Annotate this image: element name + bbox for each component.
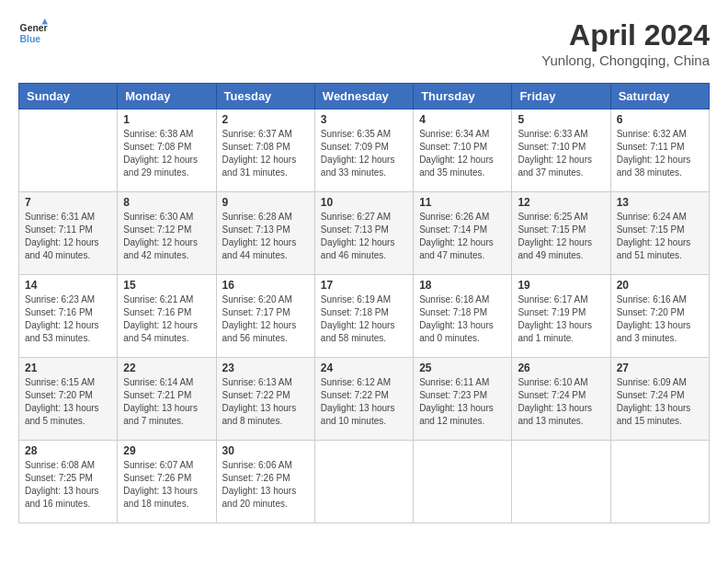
day-number: 23 [222, 362, 309, 374]
day-number: 13 [617, 196, 703, 209]
day-info: Sunrise: 6:20 AM Sunset: 7:17 PM Dayligh… [222, 293, 309, 345]
calendar-cell: 21Sunrise: 6:15 AM Sunset: 7:20 PM Dayli… [19, 358, 118, 441]
calendar-cell: 2Sunrise: 6:37 AM Sunset: 7:08 PM Daylig… [216, 109, 314, 192]
day-info: Sunrise: 6:32 AM Sunset: 7:11 PM Dayligh… [617, 128, 703, 179]
day-number: 29 [123, 444, 210, 457]
calendar-table: SundayMondayTuesdayWednesdayThursdayFrid… [18, 83, 710, 523]
calendar-cell: 27Sunrise: 6:09 AM Sunset: 7:24 PM Dayli… [610, 358, 709, 441]
calendar-body: 1Sunrise: 6:38 AM Sunset: 7:08 PM Daylig… [19, 109, 710, 523]
calendar-cell: 24Sunrise: 6:12 AM Sunset: 7:22 PM Dayli… [314, 358, 413, 441]
day-info: Sunrise: 6:17 AM Sunset: 7:19 PM Dayligh… [518, 293, 604, 345]
day-info: Sunrise: 6:07 AM Sunset: 7:26 PM Dayligh… [123, 459, 210, 511]
day-number: 11 [419, 196, 506, 209]
day-info: Sunrise: 6:26 AM Sunset: 7:14 PM Dayligh… [419, 211, 506, 262]
day-number: 4 [419, 113, 506, 126]
calendar-cell [314, 441, 413, 523]
day-info: Sunrise: 6:21 AM Sunset: 7:16 PM Dayligh… [123, 293, 210, 345]
day-number: 22 [123, 362, 210, 374]
calendar-cell: 10Sunrise: 6:27 AM Sunset: 7:13 PM Dayli… [314, 192, 413, 275]
day-info: Sunrise: 6:28 AM Sunset: 7:13 PM Dayligh… [222, 211, 309, 262]
svg-text:General: General [20, 23, 48, 33]
month-year: April 2024 [541, 18, 710, 52]
calendar-cell: 26Sunrise: 6:10 AM Sunset: 7:24 PM Dayli… [512, 358, 610, 441]
calendar-cell [512, 441, 610, 523]
calendar-cell: 19Sunrise: 6:17 AM Sunset: 7:19 PM Dayli… [512, 275, 610, 358]
calendar-cell [19, 109, 118, 192]
day-info: Sunrise: 6:10 AM Sunset: 7:24 PM Dayligh… [518, 376, 604, 428]
day-number: 3 [321, 113, 407, 126]
calendar-cell [610, 441, 709, 523]
day-info: Sunrise: 6:08 AM Sunset: 7:25 PM Dayligh… [25, 459, 111, 511]
day-info: Sunrise: 6:15 AM Sunset: 7:20 PM Dayligh… [25, 376, 111, 428]
header-row: SundayMondayTuesdayWednesdayThursdayFrid… [19, 84, 710, 109]
day-info: Sunrise: 6:18 AM Sunset: 7:18 PM Dayligh… [419, 293, 506, 345]
day-info: Sunrise: 6:37 AM Sunset: 7:08 PM Dayligh… [222, 128, 309, 179]
day-number: 30 [222, 444, 309, 457]
day-info: Sunrise: 6:35 AM Sunset: 7:09 PM Dayligh… [321, 128, 407, 179]
day-info: Sunrise: 6:23 AM Sunset: 7:16 PM Dayligh… [25, 293, 111, 345]
title-block: April 2024 Yunlong, Chongqing, China [541, 18, 710, 68]
day-number: 15 [123, 279, 210, 292]
calendar-cell: 17Sunrise: 6:19 AM Sunset: 7:18 PM Dayli… [314, 275, 413, 358]
calendar-cell: 30Sunrise: 6:06 AM Sunset: 7:26 PM Dayli… [216, 441, 314, 523]
day-number: 20 [617, 279, 703, 292]
day-number: 25 [419, 362, 506, 374]
logo: General Blue [18, 18, 48, 48]
day-number: 16 [222, 279, 309, 292]
calendar-cell: 11Sunrise: 6:26 AM Sunset: 7:14 PM Dayli… [414, 192, 512, 275]
day-info: Sunrise: 6:19 AM Sunset: 7:18 PM Dayligh… [321, 293, 407, 345]
day-info: Sunrise: 6:33 AM Sunset: 7:10 PM Dayligh… [518, 128, 604, 179]
day-number: 12 [518, 196, 604, 209]
calendar-cell: 9Sunrise: 6:28 AM Sunset: 7:13 PM Daylig… [216, 192, 314, 275]
calendar-cell: 18Sunrise: 6:18 AM Sunset: 7:18 PM Dayli… [414, 275, 512, 358]
week-row-4: 21Sunrise: 6:15 AM Sunset: 7:20 PM Dayli… [19, 358, 710, 441]
day-info: Sunrise: 6:09 AM Sunset: 7:24 PM Dayligh… [617, 376, 703, 428]
calendar-cell: 29Sunrise: 6:07 AM Sunset: 7:26 PM Dayli… [118, 441, 216, 523]
day-info: Sunrise: 6:31 AM Sunset: 7:11 PM Dayligh… [25, 211, 111, 262]
day-info: Sunrise: 6:06 AM Sunset: 7:26 PM Dayligh… [222, 459, 309, 511]
calendar-cell: 15Sunrise: 6:21 AM Sunset: 7:16 PM Dayli… [118, 275, 216, 358]
day-number: 24 [321, 362, 407, 374]
calendar-cell: 22Sunrise: 6:14 AM Sunset: 7:21 PM Dayli… [118, 358, 216, 441]
header-cell-saturday: Saturday [610, 84, 709, 109]
day-number: 27 [617, 362, 703, 374]
calendar-cell: 5Sunrise: 6:33 AM Sunset: 7:10 PM Daylig… [512, 109, 610, 192]
day-info: Sunrise: 6:25 AM Sunset: 7:15 PM Dayligh… [518, 211, 604, 262]
calendar-cell: 16Sunrise: 6:20 AM Sunset: 7:17 PM Dayli… [216, 275, 314, 358]
day-info: Sunrise: 6:14 AM Sunset: 7:21 PM Dayligh… [123, 376, 210, 428]
logo-icon: General Blue [18, 18, 48, 48]
day-number: 14 [25, 279, 111, 292]
day-number: 7 [25, 196, 111, 209]
day-info: Sunrise: 6:24 AM Sunset: 7:15 PM Dayligh… [617, 211, 703, 262]
header-cell-sunday: Sunday [19, 84, 118, 109]
day-info: Sunrise: 6:11 AM Sunset: 7:23 PM Dayligh… [419, 376, 506, 428]
svg-text:Blue: Blue [20, 34, 41, 44]
day-number: 17 [321, 279, 407, 292]
day-number: 1 [123, 113, 210, 126]
day-info: Sunrise: 6:12 AM Sunset: 7:22 PM Dayligh… [321, 376, 407, 428]
day-info: Sunrise: 6:27 AM Sunset: 7:13 PM Dayligh… [321, 211, 407, 262]
header-cell-wednesday: Wednesday [314, 84, 413, 109]
day-info: Sunrise: 6:13 AM Sunset: 7:22 PM Dayligh… [222, 376, 309, 428]
calendar-cell: 20Sunrise: 6:16 AM Sunset: 7:20 PM Dayli… [610, 275, 709, 358]
week-row-2: 7Sunrise: 6:31 AM Sunset: 7:11 PM Daylig… [19, 192, 710, 275]
calendar-cell: 6Sunrise: 6:32 AM Sunset: 7:11 PM Daylig… [610, 109, 709, 192]
header-cell-monday: Monday [118, 84, 216, 109]
day-number: 8 [123, 196, 210, 209]
day-info: Sunrise: 6:34 AM Sunset: 7:10 PM Dayligh… [419, 128, 506, 179]
day-number: 5 [518, 113, 604, 126]
calendar-cell: 8Sunrise: 6:30 AM Sunset: 7:12 PM Daylig… [118, 192, 216, 275]
calendar-cell: 4Sunrise: 6:34 AM Sunset: 7:10 PM Daylig… [414, 109, 512, 192]
day-number: 6 [617, 113, 703, 126]
calendar-cell: 23Sunrise: 6:13 AM Sunset: 7:22 PM Dayli… [216, 358, 314, 441]
day-number: 2 [222, 113, 309, 126]
day-info: Sunrise: 6:38 AM Sunset: 7:08 PM Dayligh… [123, 128, 210, 179]
calendar-cell: 3Sunrise: 6:35 AM Sunset: 7:09 PM Daylig… [314, 109, 413, 192]
location: Yunlong, Chongqing, China [541, 52, 710, 68]
day-number: 19 [518, 279, 604, 292]
calendar-cell: 28Sunrise: 6:08 AM Sunset: 7:25 PM Dayli… [19, 441, 118, 523]
calendar-cell: 1Sunrise: 6:38 AM Sunset: 7:08 PM Daylig… [118, 109, 216, 192]
day-number: 21 [25, 362, 111, 374]
day-number: 28 [25, 444, 111, 457]
week-row-1: 1Sunrise: 6:38 AM Sunset: 7:08 PM Daylig… [19, 109, 710, 192]
